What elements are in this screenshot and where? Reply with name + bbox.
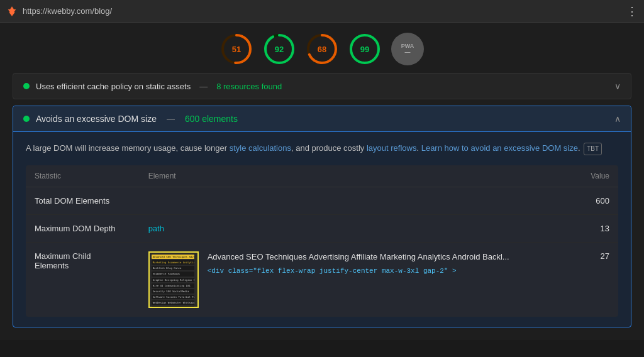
- thumb-line-3: Backlink Blog Canva: [152, 266, 194, 270]
- element-thumbnail: Advanced SEO Techniques Advertising Affi…: [148, 251, 199, 308]
- thumb-line-6: Hire UI Communicating 101: [152, 283, 194, 288]
- style-calc-link[interactable]: style calculations: [230, 143, 291, 153]
- top-bar: https://kwebby.com/blog/ ⋮: [0, 0, 644, 23]
- cache-separator: —: [199, 82, 208, 91]
- stat-total-dom: Total DOM Elements: [26, 187, 140, 214]
- pass-indicator: [23, 83, 30, 89]
- thumb-line-4: eCommerce Facebook: [152, 272, 194, 276]
- tbt-badge: TBT: [584, 143, 602, 155]
- col-statistic: Statistic: [26, 165, 140, 187]
- dom-description: A large DOM will increase memory usage, …: [26, 142, 618, 155]
- dom-separator: —: [167, 114, 175, 124]
- dom-chevron-icon[interactable]: ∧: [614, 114, 621, 124]
- cache-chevron-icon[interactable]: ∨: [614, 81, 621, 91]
- value-total-dom: 600: [576, 187, 618, 214]
- dom-panel-title: Avoids an excessive DOM size: [36, 114, 157, 124]
- cache-row-count: 8 resources found: [216, 82, 282, 91]
- thumb-line-9: WebDesign Webmaster Whatsapp: [152, 300, 194, 305]
- element-code: <div class="flex flex-wrap justify-cente…: [208, 266, 568, 276]
- table-row: Maximum Child Elements Advanced SEO Tech…: [26, 242, 618, 317]
- element-title: Advanced SEO Techniques Advertising Affi…: [208, 251, 568, 263]
- thumbnail-content: Advanced SEO Techniques Advertising Affi…: [150, 253, 197, 308]
- pwa-dash: —: [405, 49, 411, 55]
- dom-panel-header[interactable]: Avoids an excessive DOM size — 600 eleme…: [13, 106, 631, 132]
- thumb-line-8: Software Success Tutorial Twitter: [152, 295, 194, 299]
- stat-max-depth: Maximum DOM Depth: [26, 214, 140, 242]
- thumb-line-1: Advanced SEO Techniques Advertising Affi…: [152, 255, 194, 259]
- element-total-dom: [140, 187, 577, 214]
- pwa-score[interactable]: PWA —: [391, 33, 424, 65]
- lighthouse-icon: [6, 6, 18, 17]
- dom-panel-count: 600 elements: [185, 114, 238, 124]
- thumbnail-text: Advanced SEO Techniques Advertising Affi…: [208, 251, 568, 277]
- accessibility-score[interactable]: 92: [263, 33, 296, 65]
- best-practices-score-value: 68: [318, 45, 326, 54]
- dom-table: Statistic Element Value Total DOM Elemen…: [26, 165, 618, 317]
- path-element-link[interactable]: path: [148, 224, 164, 233]
- value-max-child: 27: [576, 242, 618, 317]
- performance-score[interactable]: 51: [220, 33, 253, 65]
- element-max-child: Advanced SEO Techniques Advertising Affi…: [140, 242, 577, 317]
- element-max-depth: path: [140, 214, 577, 242]
- pwa-label: PWA: [401, 43, 414, 49]
- accessibility-score-value: 92: [275, 45, 284, 54]
- cache-row-label: Uses efficient cache policy on static as…: [36, 82, 191, 91]
- thumb-line-5: Graphic Designing Religion Font: [152, 278, 194, 282]
- value-max-depth: 13: [576, 214, 618, 242]
- learn-more-link[interactable]: Learn how to avoid an excessive DOM size: [421, 143, 578, 153]
- table-row: Maximum DOM Depth path 13: [26, 214, 618, 242]
- thumb-line-10: Wordpress Xenforo: [152, 306, 194, 307]
- main-content: Uses efficient cache policy on static as…: [0, 73, 644, 340]
- score-bar: 51 92 68 99 PWA —: [0, 23, 644, 73]
- table-row: Total DOM Elements 600: [26, 187, 618, 214]
- thumb-line-7: Security SEO SocialMedia: [152, 289, 194, 294]
- best-practices-score[interactable]: 68: [306, 33, 338, 65]
- stat-max-child: Maximum Child Elements: [26, 242, 140, 317]
- seo-score[interactable]: 99: [348, 33, 381, 65]
- col-element: Element: [140, 165, 577, 187]
- dom-panel-body: A large DOM will increase memory usage, …: [13, 132, 631, 327]
- cache-row[interactable]: Uses efficient cache policy on static as…: [13, 73, 631, 99]
- dom-pass-indicator: [23, 116, 30, 122]
- performance-score-value: 51: [232, 45, 241, 54]
- col-value: Value: [576, 165, 618, 187]
- dom-size-panel: Avoids an excessive DOM size — 600 eleme…: [13, 106, 631, 327]
- layout-reflows-link[interactable]: layout reflows: [367, 143, 416, 153]
- thumbnail-wrapper: Advanced SEO Techniques Advertising Affi…: [148, 251, 568, 308]
- menu-button[interactable]: ⋮: [626, 4, 638, 18]
- thumb-line-2: Marketing Ecommerce Analytics Android: [152, 260, 194, 265]
- page-url: https://kwebby.com/blog/: [23, 6, 112, 16]
- seo-score-value: 99: [360, 45, 369, 54]
